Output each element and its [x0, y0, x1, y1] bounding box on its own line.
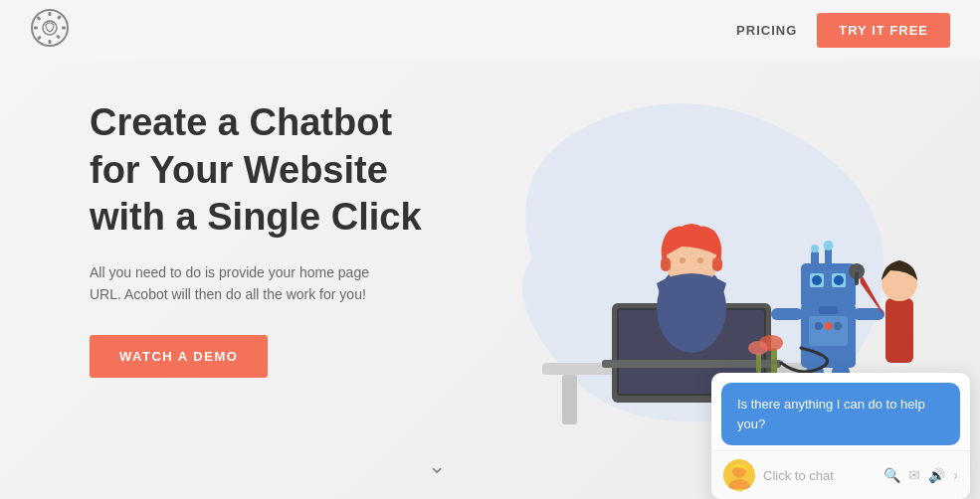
- chat-icons: 🔍 ✉ 🔊 ›: [883, 467, 958, 483]
- svg-rect-20: [661, 257, 671, 271]
- chat-avatar: [723, 459, 755, 491]
- svg-rect-2: [49, 12, 52, 16]
- svg-rect-29: [801, 263, 856, 308]
- svg-rect-21: [712, 257, 722, 271]
- hero-text: Create a Chatbot for Your Website with a…: [90, 99, 448, 378]
- svg-rect-11: [562, 375, 577, 424]
- svg-point-35: [824, 241, 834, 250]
- pricing-link[interactable]: PRICING: [736, 23, 797, 38]
- logo-area: [30, 8, 70, 52]
- svg-point-37: [811, 245, 819, 252]
- header: PRICING TRY IT FREE: [0, 0, 980, 60]
- svg-point-28: [834, 322, 842, 330]
- svg-rect-36: [811, 251, 819, 265]
- svg-point-32: [812, 275, 822, 285]
- search-icon[interactable]: 🔍: [883, 467, 900, 483]
- chat-input-bar[interactable]: Click to chat 🔍 ✉ 🔊 ›: [711, 450, 970, 499]
- sound-icon[interactable]: 🔊: [928, 467, 945, 483]
- svg-point-33: [834, 275, 844, 285]
- svg-rect-49: [855, 271, 859, 285]
- try-free-button[interactable]: TRY IT FREE: [817, 13, 950, 48]
- svg-rect-25: [809, 316, 848, 346]
- header-nav: PRICING TRY IT FREE: [736, 13, 950, 48]
- svg-rect-6: [37, 16, 42, 21]
- hero-headline: Create a Chatbot for Your Website with a…: [90, 99, 448, 242]
- chat-widget: Is there anything I can do to help you? …: [711, 373, 970, 499]
- chat-bubble: Is there anything I can do to help you?: [721, 383, 960, 445]
- watch-demo-button[interactable]: WATCH A DEMO: [90, 335, 268, 378]
- svg-rect-39: [771, 308, 803, 320]
- svg-rect-8: [57, 15, 62, 20]
- main-section: Create a Chatbot for Your Website with a…: [0, 60, 980, 499]
- svg-point-53: [748, 341, 768, 355]
- svg-rect-38: [819, 306, 838, 314]
- chat-input-placeholder[interactable]: Click to chat: [763, 468, 883, 483]
- more-icon[interactable]: ›: [953, 467, 958, 483]
- svg-rect-3: [49, 40, 52, 44]
- svg-rect-9: [37, 36, 42, 41]
- svg-rect-5: [62, 27, 66, 30]
- logo-icon: [30, 8, 70, 52]
- svg-rect-34: [825, 249, 832, 266]
- svg-rect-17: [602, 360, 781, 368]
- svg-point-23: [697, 257, 703, 263]
- svg-rect-46: [885, 298, 913, 363]
- email-icon[interactable]: ✉: [908, 467, 920, 483]
- illustration-area: Is there anything I can do to help you? …: [423, 60, 980, 499]
- svg-point-27: [825, 322, 833, 330]
- svg-point-22: [680, 257, 686, 263]
- svg-point-26: [815, 322, 823, 330]
- svg-rect-52: [756, 353, 761, 373]
- hero-subtext: All you need to do is provide your home …: [90, 261, 388, 306]
- svg-rect-7: [56, 35, 61, 40]
- svg-rect-4: [34, 27, 38, 30]
